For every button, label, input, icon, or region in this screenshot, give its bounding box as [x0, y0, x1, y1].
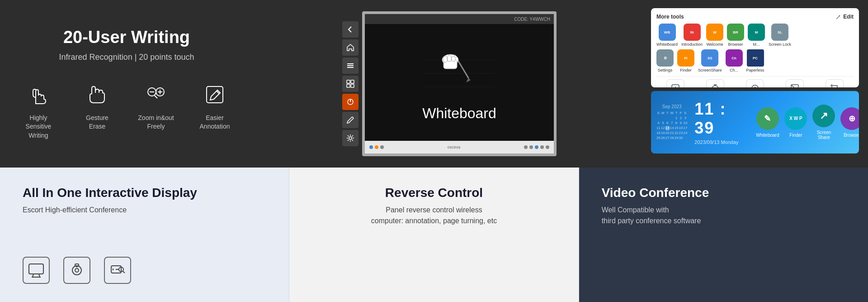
reverse-title: Reverse Control [385, 186, 483, 200]
hand-writing-svg [414, 46, 505, 101]
app-icon-whiteboard: WB [659, 24, 676, 41]
pen-button[interactable] [342, 112, 359, 128]
quick-app-finder[interactable]: X W P Finder [784, 107, 807, 138]
tool-stopwatch[interactable]: Stopwatch [696, 79, 734, 87]
mini-calendar-header: Sep 2023 [656, 104, 687, 109]
app-paperless[interactable]: PC Paperless [746, 49, 764, 72]
svg-point-31 [712, 86, 718, 87]
svg-rect-53 [29, 264, 43, 274]
allinone-title: All In One Interactive Display [23, 186, 266, 200]
feature-item-erase: GestureErase [75, 80, 120, 131]
app-ch[interactable]: Ch Ch... [726, 49, 743, 72]
panel-header: More tools Edit [656, 14, 854, 20]
clock-date: 2023/09/13 Monday [694, 139, 738, 145]
left-panel: 20-User Writing Infrared Recognition | 2… [0, 0, 253, 168]
glove-icon [83, 80, 112, 109]
allinone-icons-row [23, 257, 266, 284]
svg-line-5 [155, 96, 157, 98]
tool-crop[interactable]: Crop [816, 79, 854, 87]
video-desc: Well Compatible withthird party conferen… [602, 205, 845, 226]
dot-blue [369, 145, 373, 149]
allinone-desc: Escort High-efficient Conference [23, 205, 266, 216]
annotation-icon [200, 80, 229, 109]
app-welcome[interactable]: W Welcome [706, 24, 723, 47]
home-button[interactable] [342, 39, 359, 56]
quick-app-screenshare[interactable]: ↗ Screen Share [812, 105, 835, 140]
svg-rect-27 [452, 56, 455, 62]
power-button[interactable] [342, 94, 359, 110]
features-icons-row: HighlySensitive Writing GestureErase [16, 80, 237, 140]
app-finder[interactable]: Fi Finder [677, 49, 694, 72]
svg-marker-22 [466, 78, 471, 82]
app-icon-introduction: IN [684, 24, 701, 41]
quick-app-circle-whiteboard: ✎ [756, 107, 779, 130]
feature-label-sensitive: HighlySensitive Writing [16, 114, 61, 140]
svg-line-55 [39, 274, 40, 277]
svg-rect-13 [347, 84, 350, 87]
nav-dot-5 [546, 145, 549, 149]
app-screenshare[interactable]: SS ScreenShare [698, 49, 722, 72]
video-title: Video Conference [602, 186, 845, 200]
svg-point-35 [754, 87, 756, 87]
tool-timer[interactable]: Timer [656, 79, 694, 87]
svg-point-58 [75, 268, 79, 272]
app-icon-browser: BR [727, 24, 744, 41]
main-title: 20-User Writing [63, 28, 190, 47]
tool-record[interactable]: Record [736, 79, 774, 87]
svg-line-54 [33, 274, 33, 277]
more-tools-label: More tools [656, 14, 684, 20]
feature-item-zoom: Zoom in&outFreely [133, 80, 179, 131]
quick-app-label-finder: Finder [789, 133, 802, 138]
settings-button[interactable] [342, 130, 359, 146]
app-browser[interactable]: BR Browser [727, 24, 744, 47]
feature-item-sensitive: HighlySensitive Writing [16, 80, 61, 140]
whiteboard-screen: CODE: Y4WWCH [362, 11, 557, 156]
display-icon [23, 257, 50, 284]
svg-rect-6 [207, 86, 223, 103]
clock-panel: Sep 2023 S M T W T F S 1 2 3 4 [651, 91, 859, 153]
quick-app-browser[interactable]: ⊕ Browser [840, 107, 859, 138]
zoom-icon [142, 80, 170, 109]
record-icon [746, 79, 764, 87]
app-icon-welcome: W [706, 24, 723, 41]
feature-label-annotation: EasierAnnotation [200, 114, 230, 131]
app-icon-screenlock: SL [771, 24, 788, 41]
app-screenlock[interactable]: SL Screen Lock [769, 24, 791, 47]
svg-line-37 [791, 85, 798, 87]
second-apps-row: ⚙ Settings Fi Finder SS ScreenShare Ch C… [656, 49, 854, 72]
app-introduction[interactable]: IN Introduction [681, 24, 703, 47]
bottom-section: All In One Interactive Display Escort Hi… [0, 168, 868, 302]
top-apps-row: WB WhiteBoard IN Introduction W Welcome … [656, 24, 854, 47]
crop-icon [826, 79, 844, 87]
display-feature [23, 257, 50, 284]
menu-button[interactable] [342, 58, 359, 74]
more-tools-grid: Timer Stopwatch Record [656, 79, 854, 87]
svg-rect-25 [443, 56, 447, 62]
whiteboard-bottom-bar: osceva [365, 141, 554, 153]
quick-app-whiteboard[interactable]: ✎ Whiteboard [756, 107, 779, 138]
bottom-col-reverse: Reverse Control Panel reverse control wi… [289, 168, 579, 302]
app-more[interactable]: M M... [748, 24, 765, 47]
quick-apps: ✎ Whiteboard X W P Finder ↗ Screen Share… [756, 105, 859, 140]
svg-rect-11 [347, 80, 350, 83]
app-whiteboard[interactable]: WB WhiteBoard [656, 24, 678, 47]
tool-freeze[interactable]: Freeze [776, 79, 814, 87]
feature-item-annotation: EasierAnnotation [192, 80, 237, 131]
right-panel: More tools Edit WB WhiteBoard IN Introdu… [642, 0, 868, 168]
apps-button[interactable] [342, 76, 359, 92]
back-button[interactable] [342, 21, 359, 38]
hand-icon [24, 80, 53, 109]
bottom-col-video: Video Conference Well Compatible withthi… [579, 168, 868, 302]
svg-point-17 [349, 137, 352, 139]
app-settings[interactable]: ⚙ Settings [656, 49, 674, 72]
freeze-icon [786, 79, 804, 87]
feature-label-erase: GestureErase [86, 114, 108, 131]
edit-label: Edit [835, 14, 854, 20]
center-panel: CODE: Y4WWCH [253, 0, 642, 168]
camera-feature [63, 257, 90, 284]
nav-dot-3 [535, 145, 538, 149]
bottom-col-allinone: All In One Interactive Display Escort Hi… [0, 168, 289, 302]
control-dots [369, 145, 384, 149]
app-icon-ch: Ch [726, 49, 743, 67]
dot-gray [380, 145, 384, 149]
